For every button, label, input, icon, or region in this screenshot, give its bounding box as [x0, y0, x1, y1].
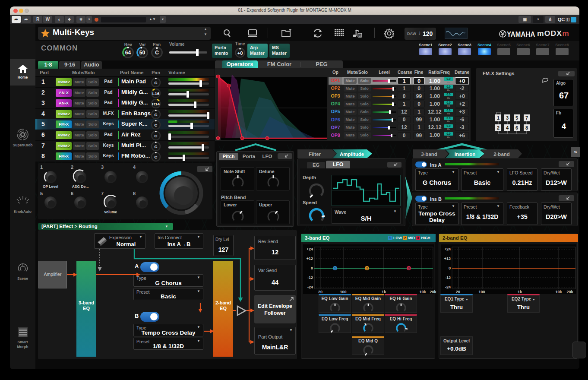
svg-text:-12: -12 [307, 276, 313, 280]
svg-text:1: 1 [334, 267, 336, 270]
svg-text:20k: 20k [566, 290, 573, 294]
svg-text:0: 0 [449, 266, 451, 270]
svg-text:10k: 10k [419, 290, 426, 294]
svg-text:3-band: 3-band [421, 152, 437, 157]
svg-text:1k: 1k [382, 290, 386, 294]
svg-text:8: 8 [133, 191, 136, 196]
svg-text:+0: +0 [237, 51, 243, 56]
svg-text:10k: 10k [555, 290, 562, 294]
svg-text:0: 0 [311, 266, 313, 270]
svg-text:6: 6 [71, 191, 73, 196]
svg-text:5: 5 [515, 115, 518, 120]
svg-text:20k: 20k [430, 290, 436, 294]
svg-text:Filter: Filter [309, 152, 321, 157]
svg-text:C: C [155, 155, 158, 159]
svg-text:2: 2 [366, 267, 368, 270]
svg-text:7: 7 [101, 191, 104, 196]
svg-text:C: C [155, 144, 158, 149]
svg-text:5: 5 [40, 191, 43, 196]
svg-text:ASG De...: ASG De... [72, 184, 89, 189]
svg-text:1k: 1k [518, 290, 522, 294]
svg-text:-12: -12 [445, 276, 451, 280]
svg-text:C: C [155, 133, 158, 138]
svg-text:6: 6 [515, 125, 518, 130]
svg-text:64: 64 [125, 50, 131, 56]
svg-text:3: 3 [408, 267, 410, 270]
svg-text:+12: +12 [444, 256, 451, 261]
svg-text:4: 4 [506, 125, 509, 130]
svg-text:C: C [155, 123, 158, 127]
svg-text:♫: ♫ [359, 34, 361, 37]
svg-text:C: C [155, 50, 159, 56]
svg-text:-24: -24 [307, 285, 313, 289]
svg-text:Amplitude: Amplitude [340, 152, 364, 157]
svg-text:8: 8 [525, 125, 528, 130]
svg-text:50: 50 [139, 50, 145, 56]
svg-text:+12: +12 [307, 256, 313, 261]
svg-text:20: 20 [318, 290, 322, 294]
svg-text:2: 2 [71, 165, 73, 170]
svg-text:Insertion: Insertion [455, 152, 476, 157]
svg-text:4: 4 [133, 165, 136, 170]
svg-text:C: C [155, 112, 158, 117]
svg-text:100: 100 [340, 290, 346, 294]
svg-text:-24: -24 [445, 285, 451, 289]
svg-text:1: 1 [497, 115, 499, 120]
svg-text:C: C [155, 80, 158, 85]
svg-text:3: 3 [506, 115, 509, 120]
svg-text:+24: +24 [444, 247, 451, 251]
svg-text:7: 7 [525, 115, 528, 120]
svg-text:2-band: 2-band [493, 152, 510, 157]
svg-text:1: 1 [40, 165, 43, 170]
svg-text:100: 100 [478, 290, 485, 294]
svg-text:2: 2 [497, 125, 499, 130]
svg-text:Volume: Volume [104, 210, 117, 214]
svg-text:OP Level: OP Level [43, 184, 58, 189]
svg-text:3: 3 [101, 165, 104, 170]
svg-text:20: 20 [456, 290, 460, 294]
svg-text:+24: +24 [307, 247, 313, 251]
svg-text:L16: L16 [152, 91, 159, 96]
svg-text:R14: R14 [152, 101, 160, 106]
